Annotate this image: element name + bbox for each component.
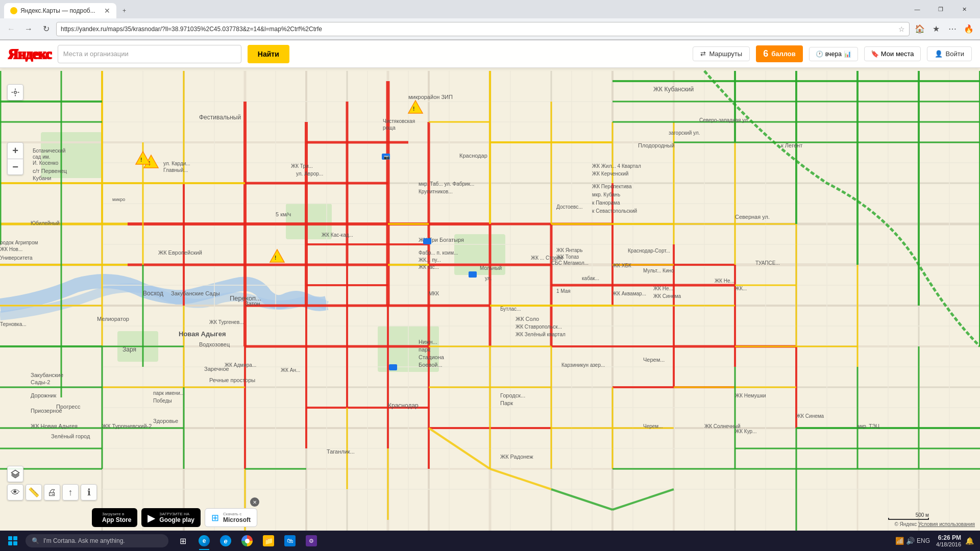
svg-text:Закубанские Сады: Закубанские Сады (171, 290, 220, 296)
apple-store-button[interactable]: Загрузите в App Store (92, 508, 137, 527)
svg-text:ЖК Зелёный квартал: ЖК Зелёный квартал (516, 332, 566, 337)
other-icon: ⚙ (306, 535, 317, 546)
svg-text:мкр. Кубань: мкр. Кубань (592, 192, 620, 197)
start-button[interactable] (0, 531, 26, 551)
active-tab[interactable]: Яндекс.Карты — подроб... ✕ (4, 3, 116, 18)
volume-icon[interactable]: 🔊 (906, 537, 915, 545)
svg-text:ЖК Не...: ЖК Не... (653, 286, 673, 291)
svg-text:ЖК Керченский: ЖК Керченский (592, 171, 628, 177)
svg-text:Прогресс: Прогресс (56, 404, 81, 410)
svg-text:И. Косенко: И. Косенко (33, 160, 59, 166)
routes-button[interactable]: ⇄ Маршруты (693, 46, 750, 61)
url-text: https://yandex.ru/maps/35/krasnodar/?ll=… (61, 26, 322, 33)
clock-icon: 🕐 (816, 51, 823, 58)
svg-text:ЖК ХБК: ЖК ХБК (612, 263, 631, 268)
task-view-button[interactable]: ⊞ (173, 531, 193, 551)
close-button[interactable]: ✕ (952, 1, 976, 17)
lang-label[interactable]: ENG (917, 537, 930, 544)
tab-close-button[interactable]: ✕ (104, 7, 110, 15)
svg-text:ЖК Синема: ЖК Синема (796, 413, 824, 419)
user-icon: 👤 (935, 50, 943, 58)
traffic-time-button[interactable]: 🕐 вчера 📊 (809, 47, 858, 61)
taskbar-clock[interactable]: 6:26 PM 4/18/2016 (936, 534, 961, 547)
back-button[interactable]: ← (4, 22, 18, 36)
terms-link[interactable]: Условия использования (918, 521, 975, 527)
store-app[interactable]: 🛍 (280, 531, 300, 551)
svg-text:ЖК Соло: ЖК Соло (516, 316, 539, 322)
svg-text:ЖК Аквамар...: ЖК Аквамар... (612, 291, 646, 296)
pano-button[interactable]: 👁 (7, 484, 23, 500)
tab-favicon (10, 7, 17, 14)
svg-text:Северная ул.: Северная ул. (735, 214, 770, 220)
search-box[interactable]: Места и организации (58, 45, 241, 63)
svg-text:Фестивальный: Фестивальный (199, 114, 241, 121)
svg-text:парк имени...: парк имени... (153, 390, 184, 396)
find-button[interactable]: Найти (248, 45, 289, 63)
map-container[interactable]: микрорайон ЗИП ЖК Кубанский Северо-запад… (0, 40, 980, 531)
browser-titlebar: Яндекс.Карты — подроб... ✕ + — ❐ ✕ ← → ↻… (0, 0, 980, 40)
url-bar[interactable]: https://yandex.ru/maps/35/krasnodar/?ll=… (56, 22, 910, 36)
score-number: 6 (763, 48, 768, 59)
refresh-button[interactable]: ↻ (39, 22, 53, 36)
layers-button[interactable] (7, 466, 23, 482)
cortana-search[interactable]: 🔍 I'm Cortana. Ask me anything. (26, 534, 168, 547)
app-store-bar: Загрузите в App Store ▶ ЗАГРУЗИТЕ НА Goo… (92, 508, 257, 527)
zoom-in-button[interactable]: + (7, 142, 23, 159)
google-play-button[interactable]: ▶ ЗАГРУЗИТЕ НА Google play (141, 508, 201, 527)
system-tray: 📶 🔊 ENG (891, 537, 934, 545)
ie-app[interactable]: e (194, 531, 214, 551)
svg-text:Бутлас...: Бутлас... (500, 306, 521, 312)
forward-button[interactable]: → (21, 22, 36, 36)
svg-text:загорский ул.: загорский ул. (669, 130, 700, 136)
svg-text:📷: 📷 (384, 154, 390, 160)
notifications-icon[interactable]: 🔔 (965, 537, 974, 545)
new-tab-button[interactable]: + (116, 3, 137, 18)
restore-button[interactable]: ❐ (929, 1, 952, 17)
map-svg: микрорайон ЗИП ЖК Кубанский Северо-запад… (0, 40, 980, 531)
svg-text:ЖК Не...: ЖК Не... (715, 278, 734, 284)
svg-text:Победы: Победы (153, 398, 172, 404)
star-icon[interactable]: ☆ (898, 25, 905, 33)
signin-button[interactable]: 👤 Войти (927, 46, 972, 61)
edge-app[interactable]: e (215, 531, 236, 551)
svg-text:ТУАПСЕ...: ТУАПСЕ... (755, 260, 780, 266)
info-button[interactable]: ℹ (81, 484, 97, 500)
other-app[interactable]: ⚙ (301, 531, 322, 551)
settings-icon[interactable]: ⋯ (945, 22, 960, 36)
apple-store-label-main: App Store (102, 516, 131, 523)
edge-icon: e (220, 535, 231, 546)
svg-text:Северо-западная ул.: Северо-западная ул. (699, 117, 749, 123)
my-places-label: Мои места (881, 50, 914, 58)
signin-label: Войти (946, 50, 964, 58)
explorer-app[interactable]: 📁 (258, 531, 279, 551)
minimize-button[interactable]: — (905, 1, 929, 17)
svg-text:Крупитников...: Крупитников... (419, 189, 453, 194)
flame-icon[interactable]: 🔥 (962, 22, 976, 36)
yandex-logo: Яндекс (8, 46, 52, 62)
my-places-button[interactable]: 🔖 Мои места (864, 46, 921, 61)
favorites-icon[interactable]: ★ (929, 22, 943, 36)
close-appbar-button[interactable]: ✕ (250, 497, 259, 507)
share-button[interactable]: ↑ (62, 484, 79, 500)
svg-rect-280 (389, 364, 397, 370)
zoom-out-button[interactable]: − (7, 159, 23, 175)
svg-text:Стадиона: Стадиона (419, 354, 445, 360)
svg-text:Нижн...: Нижн... (419, 339, 437, 345)
network-icon[interactable]: 📶 (895, 537, 904, 545)
ruler-button[interactable]: 📏 (26, 484, 42, 500)
chrome-icon (241, 535, 253, 546)
microsoft-store-button[interactable]: ⊞ Скачать с Microsoft (205, 508, 257, 527)
home-icon[interactable]: 🏠 (913, 22, 927, 36)
svg-text:Закубанские: Закубанские (31, 372, 63, 378)
print-button[interactable]: 🖨 (44, 484, 60, 500)
svg-text:ЖК Тургеневский-2: ЖК Тургеневский-2 (102, 423, 152, 429)
svg-text:ЖК Тургенев...: ЖК Тургенев... (209, 319, 244, 325)
svg-text:Боевой...: Боевой... (419, 362, 443, 368)
location-button[interactable] (7, 84, 23, 101)
chrome-app[interactable] (237, 531, 257, 551)
svg-point-285 (14, 91, 17, 94)
svg-text:Краснодар: Краснодар (459, 153, 487, 159)
traffic-score-badge[interactable]: 6 баллов (756, 45, 803, 62)
ms-store-label-top: Скачать с (223, 512, 251, 516)
score-label: баллов (771, 50, 796, 58)
